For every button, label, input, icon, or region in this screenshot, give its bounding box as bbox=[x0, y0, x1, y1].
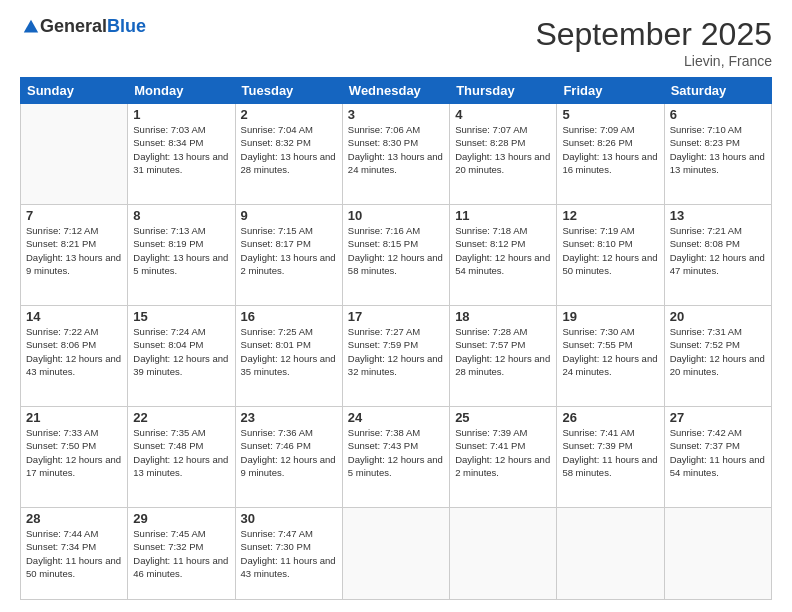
col-sunday: Sunday bbox=[21, 78, 128, 104]
header: General Blue September 2025 Lievin, Fran… bbox=[20, 16, 772, 69]
day-number: 6 bbox=[670, 107, 766, 122]
day-info: Sunrise: 7:19 AMSunset: 8:10 PMDaylight:… bbox=[562, 224, 658, 277]
day-info: Sunrise: 7:12 AMSunset: 8:21 PMDaylight:… bbox=[26, 224, 122, 277]
month-title: September 2025 bbox=[535, 16, 772, 53]
table-row: 14Sunrise: 7:22 AMSunset: 8:06 PMDayligh… bbox=[21, 306, 128, 407]
table-row: 3Sunrise: 7:06 AMSunset: 8:30 PMDaylight… bbox=[342, 104, 449, 205]
day-number: 4 bbox=[455, 107, 551, 122]
logo-general-text: General bbox=[40, 16, 107, 37]
header-row: Sunday Monday Tuesday Wednesday Thursday… bbox=[21, 78, 772, 104]
day-number: 18 bbox=[455, 309, 551, 324]
day-number: 8 bbox=[133, 208, 229, 223]
day-info: Sunrise: 7:16 AMSunset: 8:15 PMDaylight:… bbox=[348, 224, 444, 277]
logo: General Blue bbox=[20, 16, 146, 37]
day-number: 24 bbox=[348, 410, 444, 425]
table-row: 24Sunrise: 7:38 AMSunset: 7:43 PMDayligh… bbox=[342, 407, 449, 508]
logo-icon bbox=[22, 18, 40, 36]
day-number: 26 bbox=[562, 410, 658, 425]
day-number: 9 bbox=[241, 208, 337, 223]
table-row: 1Sunrise: 7:03 AMSunset: 8:34 PMDaylight… bbox=[128, 104, 235, 205]
day-info: Sunrise: 7:30 AMSunset: 7:55 PMDaylight:… bbox=[562, 325, 658, 378]
title-section: September 2025 Lievin, France bbox=[535, 16, 772, 69]
table-row: 25Sunrise: 7:39 AMSunset: 7:41 PMDayligh… bbox=[450, 407, 557, 508]
table-row bbox=[342, 508, 449, 600]
table-row: 18Sunrise: 7:28 AMSunset: 7:57 PMDayligh… bbox=[450, 306, 557, 407]
day-number: 3 bbox=[348, 107, 444, 122]
day-info: Sunrise: 7:07 AMSunset: 8:28 PMDaylight:… bbox=[455, 123, 551, 176]
day-info: Sunrise: 7:22 AMSunset: 8:06 PMDaylight:… bbox=[26, 325, 122, 378]
day-number: 11 bbox=[455, 208, 551, 223]
day-info: Sunrise: 7:44 AMSunset: 7:34 PMDaylight:… bbox=[26, 527, 122, 580]
table-row: 2Sunrise: 7:04 AMSunset: 8:32 PMDaylight… bbox=[235, 104, 342, 205]
table-row: 29Sunrise: 7:45 AMSunset: 7:32 PMDayligh… bbox=[128, 508, 235, 600]
day-number: 19 bbox=[562, 309, 658, 324]
table-row: 4Sunrise: 7:07 AMSunset: 8:28 PMDaylight… bbox=[450, 104, 557, 205]
col-monday: Monday bbox=[128, 78, 235, 104]
table-row: 27Sunrise: 7:42 AMSunset: 7:37 PMDayligh… bbox=[664, 407, 771, 508]
day-info: Sunrise: 7:39 AMSunset: 7:41 PMDaylight:… bbox=[455, 426, 551, 479]
table-row: 26Sunrise: 7:41 AMSunset: 7:39 PMDayligh… bbox=[557, 407, 664, 508]
day-number: 13 bbox=[670, 208, 766, 223]
table-row: 5Sunrise: 7:09 AMSunset: 8:26 PMDaylight… bbox=[557, 104, 664, 205]
day-number: 23 bbox=[241, 410, 337, 425]
day-info: Sunrise: 7:36 AMSunset: 7:46 PMDaylight:… bbox=[241, 426, 337, 479]
day-info: Sunrise: 7:24 AMSunset: 8:04 PMDaylight:… bbox=[133, 325, 229, 378]
day-info: Sunrise: 7:04 AMSunset: 8:32 PMDaylight:… bbox=[241, 123, 337, 176]
table-row: 15Sunrise: 7:24 AMSunset: 8:04 PMDayligh… bbox=[128, 306, 235, 407]
page: General Blue September 2025 Lievin, Fran… bbox=[0, 0, 792, 612]
table-row: 11Sunrise: 7:18 AMSunset: 8:12 PMDayligh… bbox=[450, 205, 557, 306]
table-row: 16Sunrise: 7:25 AMSunset: 8:01 PMDayligh… bbox=[235, 306, 342, 407]
svg-marker-0 bbox=[24, 19, 38, 32]
day-info: Sunrise: 7:45 AMSunset: 7:32 PMDaylight:… bbox=[133, 527, 229, 580]
table-row: 9Sunrise: 7:15 AMSunset: 8:17 PMDaylight… bbox=[235, 205, 342, 306]
col-thursday: Thursday bbox=[450, 78, 557, 104]
table-row: 23Sunrise: 7:36 AMSunset: 7:46 PMDayligh… bbox=[235, 407, 342, 508]
day-info: Sunrise: 7:06 AMSunset: 8:30 PMDaylight:… bbox=[348, 123, 444, 176]
table-row: 7Sunrise: 7:12 AMSunset: 8:21 PMDaylight… bbox=[21, 205, 128, 306]
day-info: Sunrise: 7:03 AMSunset: 8:34 PMDaylight:… bbox=[133, 123, 229, 176]
table-row: 22Sunrise: 7:35 AMSunset: 7:48 PMDayligh… bbox=[128, 407, 235, 508]
location: Lievin, France bbox=[535, 53, 772, 69]
day-info: Sunrise: 7:15 AMSunset: 8:17 PMDaylight:… bbox=[241, 224, 337, 277]
table-row: 8Sunrise: 7:13 AMSunset: 8:19 PMDaylight… bbox=[128, 205, 235, 306]
day-info: Sunrise: 7:41 AMSunset: 7:39 PMDaylight:… bbox=[562, 426, 658, 479]
day-info: Sunrise: 7:18 AMSunset: 8:12 PMDaylight:… bbox=[455, 224, 551, 277]
day-number: 15 bbox=[133, 309, 229, 324]
col-saturday: Saturday bbox=[664, 78, 771, 104]
day-number: 30 bbox=[241, 511, 337, 526]
day-number: 28 bbox=[26, 511, 122, 526]
table-row: 6Sunrise: 7:10 AMSunset: 8:23 PMDaylight… bbox=[664, 104, 771, 205]
day-info: Sunrise: 7:27 AMSunset: 7:59 PMDaylight:… bbox=[348, 325, 444, 378]
day-info: Sunrise: 7:09 AMSunset: 8:26 PMDaylight:… bbox=[562, 123, 658, 176]
day-number: 10 bbox=[348, 208, 444, 223]
logo-blue-text: Blue bbox=[107, 16, 146, 37]
day-number: 1 bbox=[133, 107, 229, 122]
day-number: 17 bbox=[348, 309, 444, 324]
day-number: 20 bbox=[670, 309, 766, 324]
day-number: 12 bbox=[562, 208, 658, 223]
table-row bbox=[450, 508, 557, 600]
day-info: Sunrise: 7:31 AMSunset: 7:52 PMDaylight:… bbox=[670, 325, 766, 378]
col-tuesday: Tuesday bbox=[235, 78, 342, 104]
day-info: Sunrise: 7:25 AMSunset: 8:01 PMDaylight:… bbox=[241, 325, 337, 378]
day-number: 25 bbox=[455, 410, 551, 425]
day-info: Sunrise: 7:47 AMSunset: 7:30 PMDaylight:… bbox=[241, 527, 337, 580]
day-info: Sunrise: 7:13 AMSunset: 8:19 PMDaylight:… bbox=[133, 224, 229, 277]
day-info: Sunrise: 7:28 AMSunset: 7:57 PMDaylight:… bbox=[455, 325, 551, 378]
table-row: 19Sunrise: 7:30 AMSunset: 7:55 PMDayligh… bbox=[557, 306, 664, 407]
table-row: 20Sunrise: 7:31 AMSunset: 7:52 PMDayligh… bbox=[664, 306, 771, 407]
day-number: 29 bbox=[133, 511, 229, 526]
table-row: 17Sunrise: 7:27 AMSunset: 7:59 PMDayligh… bbox=[342, 306, 449, 407]
day-number: 14 bbox=[26, 309, 122, 324]
table-row bbox=[557, 508, 664, 600]
day-info: Sunrise: 7:42 AMSunset: 7:37 PMDaylight:… bbox=[670, 426, 766, 479]
calendar: Sunday Monday Tuesday Wednesday Thursday… bbox=[20, 77, 772, 600]
day-info: Sunrise: 7:10 AMSunset: 8:23 PMDaylight:… bbox=[670, 123, 766, 176]
day-info: Sunrise: 7:21 AMSunset: 8:08 PMDaylight:… bbox=[670, 224, 766, 277]
day-number: 7 bbox=[26, 208, 122, 223]
day-number: 21 bbox=[26, 410, 122, 425]
day-info: Sunrise: 7:33 AMSunset: 7:50 PMDaylight:… bbox=[26, 426, 122, 479]
table-row bbox=[664, 508, 771, 600]
table-row: 28Sunrise: 7:44 AMSunset: 7:34 PMDayligh… bbox=[21, 508, 128, 600]
table-row: 10Sunrise: 7:16 AMSunset: 8:15 PMDayligh… bbox=[342, 205, 449, 306]
